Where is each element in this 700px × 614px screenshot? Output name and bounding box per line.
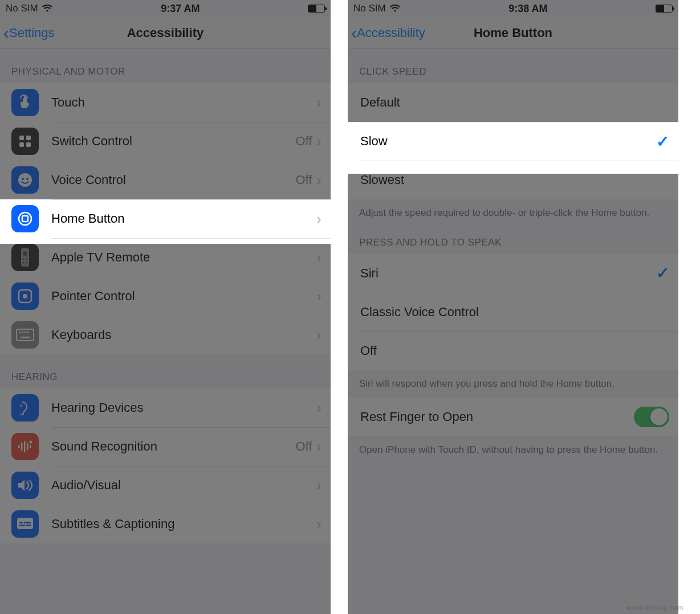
svg-rect-31 [26,525,31,526]
row-label: Hearing Devices [51,400,316,415]
list-rest-finger: Rest Finger to Open [348,398,678,436]
option-label: Slowest [360,173,669,187]
option-slow[interactable]: Slow ✓ [348,122,678,161]
carrier-text: No SIM [6,3,38,14]
svg-rect-27 [30,445,31,448]
chevron-right-icon: › [316,326,321,344]
back-button[interactable]: ‹ Settings [0,24,59,42]
footer-rest-finger: Open iPhone with Touch ID, without havin… [348,436,678,464]
section-header-click-speed: CLICK SPEED [348,49,678,83]
svg-rect-33 [24,522,31,523]
row-rest-finger[interactable]: Rest Finger to Open [348,398,678,436]
svg-point-10 [23,251,27,256]
svg-rect-0 [19,136,24,140]
chevron-right-icon: › [316,249,321,267]
svg-point-14 [26,262,28,264]
row-switch-control[interactable]: Switch Control Off › [0,122,331,161]
clock: 9:37 AM [161,3,200,15]
option-default[interactable]: Default [348,83,678,122]
svg-point-11 [23,259,25,260]
svg-point-6 [26,178,29,180]
list-click-speed: Default Slow ✓ Slowest [348,83,678,199]
toggle-rest-finger[interactable] [634,407,669,427]
row-label: Apple TV Remote [51,250,316,265]
svg-point-13 [23,262,25,264]
row-label: Rest Finger to Open [360,410,634,424]
svg-rect-1 [26,136,31,140]
svg-point-7 [19,212,31,225]
option-siri[interactable]: Siri ✓ [348,254,678,293]
svg-rect-30 [19,525,25,526]
svg-rect-20 [25,331,26,333]
row-sound-recognition[interactable]: Sound Recognition Off › [0,427,331,466]
option-label: Classic Voice Control [360,305,669,320]
row-detail: Off [295,439,312,454]
chevron-right-icon: › [316,399,321,417]
back-button[interactable]: ‹ Accessibility [348,24,430,42]
pointer-control-icon [11,283,39,310]
chevron-right-icon: › [316,288,321,305]
svg-rect-17 [17,329,34,341]
section-header-hearing: HEARING [0,354,331,388]
row-touch[interactable]: Touch › [0,83,331,122]
svg-point-12 [26,259,28,260]
section-header-speak: PRESS AND HOLD TO SPEAK [348,227,678,254]
nav-bar: ‹ Accessibility Home Button [348,17,678,49]
right-phone: No SIM 9:38 AM ‹ Accessibility Home Butt… [348,0,678,614]
back-label: Settings [9,26,55,40]
row-hearing-devices[interactable]: Hearing Devices › [0,388,331,427]
wifi-icon [42,5,53,13]
switch-control-icon [11,128,39,155]
battery-icon [308,5,325,13]
option-off[interactable]: Off [348,331,678,370]
apple-tv-remote-icon [11,244,39,271]
battery-icon [656,5,673,13]
wifi-icon [389,5,401,13]
svg-rect-25 [24,441,26,452]
svg-point-28 [30,441,32,444]
option-label: Default [360,95,669,110]
svg-point-5 [22,178,24,180]
row-subtitles[interactable]: Subtitles & Captioning › [0,505,331,543]
sound-recognition-icon [11,433,39,460]
clock: 9:38 AM [508,3,547,15]
checkmark-icon: ✓ [656,264,669,283]
chevron-right-icon: › [316,210,321,228]
row-voice-control[interactable]: Voice Control Off › [0,161,331,199]
row-keyboards[interactable]: Keyboards › [0,316,331,354]
chevron-right-icon: › [316,94,321,112]
audio-visual-icon [11,472,39,499]
section-header-physical: PHYSICAL AND MOTOR [0,49,331,83]
keyboards-icon [11,321,39,349]
status-bar: No SIM 9:37 AM [0,0,331,17]
svg-rect-9 [21,248,29,267]
option-label: Off [360,343,669,358]
svg-rect-18 [19,331,21,333]
svg-rect-2 [19,142,24,147]
left-phone: No SIM 9:37 AM ‹ Settings Accessibility … [0,0,331,614]
chevron-right-icon: › [316,133,321,150]
row-apple-tv-remote[interactable]: Apple TV Remote › [0,238,331,277]
touch-icon [11,89,39,116]
back-label: Accessibility [357,26,425,40]
chevron-right-icon: › [316,477,321,494]
nav-bar: ‹ Settings Accessibility [0,17,331,49]
checkmark-icon: ✓ [656,132,669,151]
row-pointer-control[interactable]: Pointer Control › [0,277,331,316]
svg-point-16 [23,294,27,298]
chevron-right-icon: › [316,171,321,189]
watermark: www.deuaq.com [626,604,684,612]
row-label: Touch [51,95,316,110]
hearing-devices-icon [11,394,39,421]
option-classic-voice-control[interactable]: Classic Voice Control [348,293,678,331]
row-label: Audio/Visual [51,478,316,493]
option-slowest[interactable]: Slowest [348,161,678,199]
row-audio-visual[interactable]: Audio/Visual › [0,466,331,505]
row-home-button[interactable]: Home Button › [0,199,331,238]
svg-rect-22 [21,337,30,338]
footer-click-speed: Adjust the speed required to double- or … [348,199,678,227]
chevron-left-icon: ‹ [3,24,9,42]
svg-rect-23 [18,445,20,448]
home-button-icon [11,205,39,232]
carrier-text: No SIM [353,3,386,14]
